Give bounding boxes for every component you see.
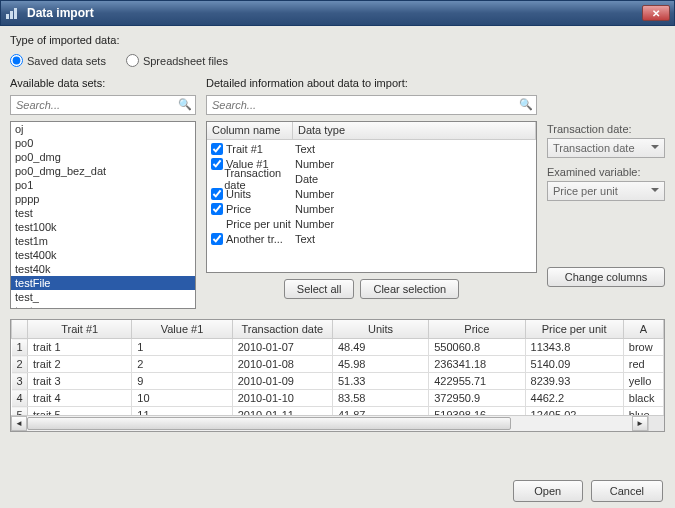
table-cell[interactable]: 48.49	[332, 339, 428, 356]
column-checkbox[interactable]	[211, 188, 223, 200]
table-cell[interactable]: red	[623, 356, 663, 373]
svg-rect-2	[14, 8, 17, 19]
table-cell[interactable]: trait 4	[28, 390, 132, 407]
table-row[interactable]: 3trait 392010-01-0951.33422955.718239.93…	[12, 373, 664, 390]
preview-header[interactable]: Units	[332, 320, 428, 339]
type-label: Type of imported data:	[10, 34, 665, 46]
table-cell[interactable]: brow	[623, 339, 663, 356]
select-all-button[interactable]: Select all	[284, 279, 355, 299]
column-name-header[interactable]: Column name	[207, 122, 293, 139]
table-cell[interactable]: 2010-01-07	[232, 339, 332, 356]
preview-header[interactable]	[12, 320, 28, 339]
preview-header[interactable]: A	[623, 320, 663, 339]
table-cell[interactable]: 1	[12, 339, 28, 356]
table-cell[interactable]: 3	[12, 373, 28, 390]
radio-spreadsheet-input[interactable]	[126, 54, 139, 67]
table-cell[interactable]: 2010-01-10	[232, 390, 332, 407]
list-item[interactable]: po0	[11, 136, 195, 150]
table-cell[interactable]: trait 2	[28, 356, 132, 373]
table-cell[interactable]: 550060.8	[429, 339, 525, 356]
chevron-down-icon	[651, 145, 659, 149]
datasets-listbox[interactable]: ojpo0po0_dmgpo0_dmg_bez_datpo1pppptestte…	[10, 121, 196, 309]
list-item[interactable]: pppp	[11, 192, 195, 206]
preview-header[interactable]: Trait #1	[28, 320, 132, 339]
examined-variable-dropdown[interactable]: Price per unit	[547, 181, 665, 201]
radio-saved-input[interactable]	[10, 54, 23, 67]
table-row[interactable]: 1trait 112010-01-0748.49550060.811343.8b…	[12, 339, 664, 356]
close-icon[interactable]: ✕	[642, 5, 670, 21]
cancel-button[interactable]: Cancel	[591, 480, 663, 502]
list-item[interactable]: po0_dmg	[11, 150, 195, 164]
list-item[interactable]: testFile	[11, 276, 195, 290]
table-cell[interactable]: 422955.71	[429, 373, 525, 390]
list-item[interactable]: test__	[11, 304, 195, 309]
list-item[interactable]: test_	[11, 290, 195, 304]
preview-table[interactable]: Trait #1Value #1Transaction dateUnitsPri…	[10, 319, 665, 432]
table-row[interactable]: 4trait 4102010-01-1083.58372950.94462.2b…	[12, 390, 664, 407]
table-cell[interactable]: 11343.8	[525, 339, 623, 356]
list-item[interactable]: po1	[11, 178, 195, 192]
column-type: Number	[293, 188, 534, 200]
chevron-down-icon	[651, 188, 659, 192]
column-type: Text	[293, 233, 534, 245]
clear-selection-button[interactable]: Clear selection	[360, 279, 459, 299]
list-item[interactable]: test40k	[11, 262, 195, 276]
titlebar[interactable]: Data import ✕	[0, 0, 675, 26]
table-cell[interactable]: 8239.93	[525, 373, 623, 390]
search-datasets-input[interactable]	[10, 95, 196, 115]
table-row[interactable]: 2trait 222010-01-0845.98236341.185140.09…	[12, 356, 664, 373]
table-cell[interactable]: 5140.09	[525, 356, 623, 373]
scroll-left-icon[interactable]: ◄	[11, 416, 27, 431]
radio-spreadsheet-files[interactable]: Spreadsheet files	[126, 54, 228, 67]
table-cell[interactable]: 2010-01-09	[232, 373, 332, 390]
table-cell[interactable]: yello	[623, 373, 663, 390]
open-button[interactable]: Open	[513, 480, 583, 502]
preview-header[interactable]: Price	[429, 320, 525, 339]
table-cell[interactable]: 2	[12, 356, 28, 373]
column-name: Units	[226, 188, 251, 200]
column-row[interactable]: PriceNumber	[209, 201, 534, 216]
list-item[interactable]: oj	[11, 122, 195, 136]
column-type-header[interactable]: Data type	[293, 122, 536, 139]
column-row[interactable]: Trait #1Text	[209, 141, 534, 156]
column-row[interactable]: UnitsNumber	[209, 186, 534, 201]
list-item[interactable]: test1m	[11, 234, 195, 248]
table-cell[interactable]: 10	[132, 390, 232, 407]
preview-header[interactable]: Transaction date	[232, 320, 332, 339]
table-cell[interactable]: 4462.2	[525, 390, 623, 407]
table-cell[interactable]: 1	[132, 339, 232, 356]
column-name: Trait #1	[226, 143, 263, 155]
column-checkbox[interactable]	[211, 143, 223, 155]
scrollbar-thumb[interactable]	[27, 417, 511, 430]
column-checkbox[interactable]	[211, 203, 223, 215]
column-row[interactable]: Transaction dateDate	[209, 171, 534, 186]
table-cell[interactable]: 9	[132, 373, 232, 390]
preview-header[interactable]: Price per unit	[525, 320, 623, 339]
list-item[interactable]: test100k	[11, 220, 195, 234]
scroll-right-icon[interactable]: ►	[632, 416, 648, 431]
horizontal-scrollbar[interactable]: ◄ ►	[11, 415, 648, 431]
table-cell[interactable]: 51.33	[332, 373, 428, 390]
transaction-date-dropdown[interactable]: Transaction date	[547, 138, 665, 158]
column-row[interactable]: Price per unitNumber	[209, 216, 534, 231]
column-row[interactable]: Another tr...Text	[209, 231, 534, 246]
table-cell[interactable]: 2010-01-08	[232, 356, 332, 373]
radio-saved-data-sets[interactable]: Saved data sets	[10, 54, 106, 67]
search-columns-input[interactable]	[206, 95, 537, 115]
list-item[interactable]: test400k	[11, 248, 195, 262]
column-checkbox[interactable]	[211, 233, 223, 245]
table-cell[interactable]: trait 3	[28, 373, 132, 390]
table-cell[interactable]: 4	[12, 390, 28, 407]
table-cell[interactable]: trait 1	[28, 339, 132, 356]
table-cell[interactable]: 83.58	[332, 390, 428, 407]
column-type: Number	[293, 218, 534, 230]
list-item[interactable]: po0_dmg_bez_dat	[11, 164, 195, 178]
table-cell[interactable]: 45.98	[332, 356, 428, 373]
change-columns-button[interactable]: Change columns	[547, 267, 665, 287]
list-item[interactable]: test	[11, 206, 195, 220]
table-cell[interactable]: 236341.18	[429, 356, 525, 373]
preview-header[interactable]: Value #1	[132, 320, 232, 339]
table-cell[interactable]: 372950.9	[429, 390, 525, 407]
table-cell[interactable]: 2	[132, 356, 232, 373]
table-cell[interactable]: black	[623, 390, 663, 407]
